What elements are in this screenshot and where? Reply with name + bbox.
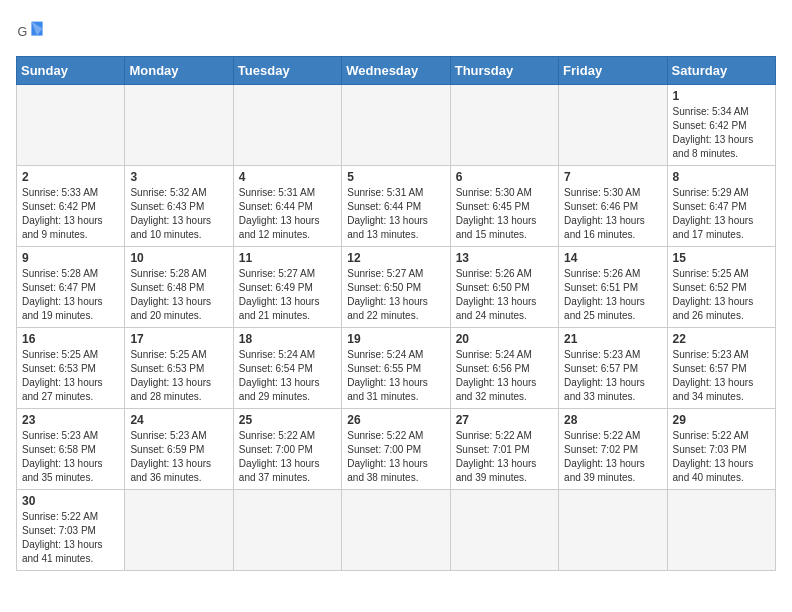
day-number: 7: [564, 170, 661, 184]
calendar-day-cell: [342, 85, 450, 166]
calendar-day-cell: 25Sunrise: 5:22 AM Sunset: 7:00 PM Dayli…: [233, 409, 341, 490]
day-number: 21: [564, 332, 661, 346]
day-info: Sunrise: 5:29 AM Sunset: 6:47 PM Dayligh…: [673, 186, 770, 242]
calendar-day-cell: [125, 85, 233, 166]
day-info: Sunrise: 5:27 AM Sunset: 6:49 PM Dayligh…: [239, 267, 336, 323]
calendar-day-cell: 17Sunrise: 5:25 AM Sunset: 6:53 PM Dayli…: [125, 328, 233, 409]
day-number: 11: [239, 251, 336, 265]
calendar-week-row: 2Sunrise: 5:33 AM Sunset: 6:42 PM Daylig…: [17, 166, 776, 247]
calendar-week-row: 16Sunrise: 5:25 AM Sunset: 6:53 PM Dayli…: [17, 328, 776, 409]
day-number: 5: [347, 170, 444, 184]
calendar-day-cell: [450, 85, 558, 166]
calendar-day-cell: [17, 85, 125, 166]
day-number: 2: [22, 170, 119, 184]
day-number: 1: [673, 89, 770, 103]
calendar-week-row: 23Sunrise: 5:23 AM Sunset: 6:58 PM Dayli…: [17, 409, 776, 490]
day-number: 16: [22, 332, 119, 346]
day-number: 25: [239, 413, 336, 427]
day-info: Sunrise: 5:23 AM Sunset: 6:57 PM Dayligh…: [564, 348, 661, 404]
day-info: Sunrise: 5:34 AM Sunset: 6:42 PM Dayligh…: [673, 105, 770, 161]
day-info: Sunrise: 5:26 AM Sunset: 6:50 PM Dayligh…: [456, 267, 553, 323]
day-number: 6: [456, 170, 553, 184]
weekday-header: Tuesday: [233, 57, 341, 85]
calendar-day-cell: 7Sunrise: 5:30 AM Sunset: 6:46 PM Daylig…: [559, 166, 667, 247]
svg-text:G: G: [17, 25, 27, 39]
day-info: Sunrise: 5:32 AM Sunset: 6:43 PM Dayligh…: [130, 186, 227, 242]
calendar-day-cell: [125, 490, 233, 571]
day-number: 9: [22, 251, 119, 265]
calendar-day-cell: 22Sunrise: 5:23 AM Sunset: 6:57 PM Dayli…: [667, 328, 775, 409]
weekday-header: Friday: [559, 57, 667, 85]
calendar-day-cell: 27Sunrise: 5:22 AM Sunset: 7:01 PM Dayli…: [450, 409, 558, 490]
day-info: Sunrise: 5:30 AM Sunset: 6:46 PM Dayligh…: [564, 186, 661, 242]
day-number: 19: [347, 332, 444, 346]
calendar-day-cell: 13Sunrise: 5:26 AM Sunset: 6:50 PM Dayli…: [450, 247, 558, 328]
day-info: Sunrise: 5:25 AM Sunset: 6:53 PM Dayligh…: [22, 348, 119, 404]
weekday-header: Saturday: [667, 57, 775, 85]
weekday-header: Sunday: [17, 57, 125, 85]
calendar-week-row: 9Sunrise: 5:28 AM Sunset: 6:47 PM Daylig…: [17, 247, 776, 328]
day-number: 12: [347, 251, 444, 265]
calendar-day-cell: 29Sunrise: 5:22 AM Sunset: 7:03 PM Dayli…: [667, 409, 775, 490]
calendar-day-cell: [233, 490, 341, 571]
day-info: Sunrise: 5:31 AM Sunset: 6:44 PM Dayligh…: [239, 186, 336, 242]
day-number: 27: [456, 413, 553, 427]
weekday-header: Wednesday: [342, 57, 450, 85]
day-number: 13: [456, 251, 553, 265]
logo-icon: G: [16, 16, 44, 44]
day-info: Sunrise: 5:25 AM Sunset: 6:52 PM Dayligh…: [673, 267, 770, 323]
calendar-day-cell: [667, 490, 775, 571]
calendar-day-cell: 18Sunrise: 5:24 AM Sunset: 6:54 PM Dayli…: [233, 328, 341, 409]
calendar-day-cell: 11Sunrise: 5:27 AM Sunset: 6:49 PM Dayli…: [233, 247, 341, 328]
day-info: Sunrise: 5:22 AM Sunset: 7:03 PM Dayligh…: [673, 429, 770, 485]
day-number: 26: [347, 413, 444, 427]
calendar-day-cell: [559, 85, 667, 166]
day-info: Sunrise: 5:28 AM Sunset: 6:47 PM Dayligh…: [22, 267, 119, 323]
calendar-day-cell: 5Sunrise: 5:31 AM Sunset: 6:44 PM Daylig…: [342, 166, 450, 247]
day-number: 15: [673, 251, 770, 265]
day-number: 20: [456, 332, 553, 346]
calendar-day-cell: 15Sunrise: 5:25 AM Sunset: 6:52 PM Dayli…: [667, 247, 775, 328]
day-info: Sunrise: 5:22 AM Sunset: 7:00 PM Dayligh…: [347, 429, 444, 485]
calendar-day-cell: 30Sunrise: 5:22 AM Sunset: 7:03 PM Dayli…: [17, 490, 125, 571]
day-info: Sunrise: 5:22 AM Sunset: 7:01 PM Dayligh…: [456, 429, 553, 485]
calendar-day-cell: 28Sunrise: 5:22 AM Sunset: 7:02 PM Dayli…: [559, 409, 667, 490]
weekday-header: Monday: [125, 57, 233, 85]
calendar-day-cell: 3Sunrise: 5:32 AM Sunset: 6:43 PM Daylig…: [125, 166, 233, 247]
calendar-day-cell: 4Sunrise: 5:31 AM Sunset: 6:44 PM Daylig…: [233, 166, 341, 247]
calendar-day-cell: 14Sunrise: 5:26 AM Sunset: 6:51 PM Dayli…: [559, 247, 667, 328]
day-info: Sunrise: 5:30 AM Sunset: 6:45 PM Dayligh…: [456, 186, 553, 242]
weekday-header: Thursday: [450, 57, 558, 85]
day-info: Sunrise: 5:27 AM Sunset: 6:50 PM Dayligh…: [347, 267, 444, 323]
day-info: Sunrise: 5:22 AM Sunset: 7:02 PM Dayligh…: [564, 429, 661, 485]
calendar: SundayMondayTuesdayWednesdayThursdayFrid…: [16, 56, 776, 571]
calendar-day-cell: 21Sunrise: 5:23 AM Sunset: 6:57 PM Dayli…: [559, 328, 667, 409]
day-number: 22: [673, 332, 770, 346]
day-number: 30: [22, 494, 119, 508]
calendar-day-cell: 10Sunrise: 5:28 AM Sunset: 6:48 PM Dayli…: [125, 247, 233, 328]
calendar-day-cell: 6Sunrise: 5:30 AM Sunset: 6:45 PM Daylig…: [450, 166, 558, 247]
calendar-day-cell: 1Sunrise: 5:34 AM Sunset: 6:42 PM Daylig…: [667, 85, 775, 166]
day-number: 8: [673, 170, 770, 184]
calendar-day-cell: 23Sunrise: 5:23 AM Sunset: 6:58 PM Dayli…: [17, 409, 125, 490]
calendar-week-row: 1Sunrise: 5:34 AM Sunset: 6:42 PM Daylig…: [17, 85, 776, 166]
day-info: Sunrise: 5:23 AM Sunset: 6:57 PM Dayligh…: [673, 348, 770, 404]
day-info: Sunrise: 5:22 AM Sunset: 7:03 PM Dayligh…: [22, 510, 119, 566]
day-info: Sunrise: 5:25 AM Sunset: 6:53 PM Dayligh…: [130, 348, 227, 404]
day-number: 14: [564, 251, 661, 265]
calendar-day-cell: 19Sunrise: 5:24 AM Sunset: 6:55 PM Dayli…: [342, 328, 450, 409]
day-number: 17: [130, 332, 227, 346]
logo: G: [16, 16, 48, 44]
weekday-header-row: SundayMondayTuesdayWednesdayThursdayFrid…: [17, 57, 776, 85]
calendar-day-cell: 9Sunrise: 5:28 AM Sunset: 6:47 PM Daylig…: [17, 247, 125, 328]
calendar-day-cell: [342, 490, 450, 571]
calendar-day-cell: [559, 490, 667, 571]
calendar-day-cell: 24Sunrise: 5:23 AM Sunset: 6:59 PM Dayli…: [125, 409, 233, 490]
calendar-week-row: 30Sunrise: 5:22 AM Sunset: 7:03 PM Dayli…: [17, 490, 776, 571]
day-info: Sunrise: 5:22 AM Sunset: 7:00 PM Dayligh…: [239, 429, 336, 485]
day-number: 18: [239, 332, 336, 346]
calendar-day-cell: 8Sunrise: 5:29 AM Sunset: 6:47 PM Daylig…: [667, 166, 775, 247]
page-header: G: [16, 16, 776, 44]
calendar-day-cell: 2Sunrise: 5:33 AM Sunset: 6:42 PM Daylig…: [17, 166, 125, 247]
day-info: Sunrise: 5:31 AM Sunset: 6:44 PM Dayligh…: [347, 186, 444, 242]
